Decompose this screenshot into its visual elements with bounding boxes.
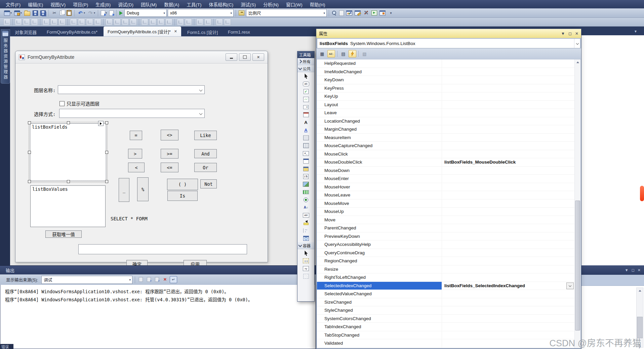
operator-button[interactable]: <: [128, 163, 145, 172]
event-row[interactable]: LocationChanged: [317, 117, 575, 126]
chevron-down-icon[interactable]: ▾: [162, 11, 167, 15]
toolbox-monthcalendar[interactable]: [297, 157, 314, 165]
events-view-icon[interactable]: [349, 50, 356, 57]
copy-icon[interactable]: [59, 10, 65, 16]
operator-button[interactable]: _: [119, 178, 129, 202]
event-handler-value[interactable]: [442, 134, 575, 142]
save-icon[interactable]: [32, 10, 39, 16]
properties-scrollbar[interactable]: [574, 59, 580, 348]
menu-item[interactable]: 文件(F): [2, 0, 24, 9]
event-handler-value[interactable]: [442, 290, 575, 298]
event-row[interactable]: MouseDown: [317, 167, 575, 175]
alphabetical-sort-icon[interactable]: [327, 50, 335, 57]
extension-manager-icon[interactable]: [379, 10, 386, 16]
listbox-fields-selection[interactable]: listBoxFields: [30, 123, 106, 181]
resize-handle[interactable]: [105, 180, 108, 183]
event-row[interactable]: ParentChanged: [317, 224, 575, 232]
toolbox-progressbar[interactable]: [297, 188, 314, 196]
event-row[interactable]: MouseClick: [317, 150, 575, 159]
event-row[interactable]: QueryContinueDrag: [317, 249, 575, 257]
event-handler-value[interactable]: [442, 183, 575, 191]
toolbox-notifyicon-icon[interactable]: [303, 167, 309, 171]
document-tab[interactable]: Form1.cs [设计]: [183, 28, 222, 36]
event-row[interactable]: RegionChanged: [317, 257, 575, 265]
select-mode-combo[interactable]: [59, 109, 205, 118]
toolbox-monthcalendar-icon[interactable]: [303, 159, 309, 164]
operator-button[interactable]: =: [130, 131, 142, 140]
paste-icon[interactable]: [67, 10, 72, 16]
event-row[interactable]: StyleChanged: [317, 306, 575, 315]
toolbox-richtextbox[interactable]: [297, 204, 314, 211]
event-handler-value[interactable]: [442, 76, 575, 84]
event-handler-value[interactable]: [442, 191, 575, 199]
make-same-size-icon[interactable]: [94, 18, 101, 26]
menu-item[interactable]: 分析(N): [259, 0, 282, 9]
size-to-grid-icon[interactable]: [78, 18, 85, 26]
chevron-down-icon[interactable]: ▾: [322, 11, 327, 15]
vertical-spacing-increase-icon[interactable]: [149, 18, 156, 26]
event-row[interactable]: SelectedValueChanged: [317, 290, 575, 298]
resize-handle[interactable]: [67, 121, 70, 124]
event-row[interactable]: TabIndexChanged: [317, 323, 575, 331]
toolbox-datetimepicker[interactable]: [297, 111, 314, 119]
event-handler-value[interactable]: [442, 92, 575, 100]
operator-button[interactable]: %: [137, 177, 149, 201]
toolbox-label-icon[interactable]: [303, 120, 309, 125]
navigate-forward-icon[interactable]: [109, 10, 114, 16]
find-in-files-icon[interactable]: [239, 10, 244, 15]
event-handler-value[interactable]: [442, 167, 575, 175]
operator-button[interactable]: Or: [194, 163, 217, 172]
add-item-icon[interactable]: ▾: [13, 10, 23, 16]
toolbox-notifyicon[interactable]: [297, 165, 314, 173]
toolbox-checkbox[interactable]: [297, 88, 314, 95]
toolbox-listview[interactable]: [297, 142, 314, 149]
align-bottoms-icon[interactable]: [58, 18, 66, 26]
horizontal-spacing-decrease-icon[interactable]: [122, 18, 129, 26]
event-row[interactable]: SystemColorsChanged: [317, 315, 575, 323]
snap-to-grid-icon[interactable]: [3, 18, 10, 26]
event-row[interactable]: MeasureItem: [317, 134, 575, 142]
selectable-layers-checkbox[interactable]: 只显示可选图层: [59, 100, 99, 107]
event-handler-value[interactable]: listBoxFields_SelectedIndexChanged: [442, 282, 575, 290]
horizontal-spacing-remove-icon[interactable]: [130, 18, 137, 26]
event-row[interactable]: KeyPress: [317, 84, 575, 93]
document-tab[interactable]: Form1.resx: [224, 28, 254, 36]
menu-item[interactable]: 编辑(E): [24, 0, 47, 9]
scroll-up-icon[interactable]: [575, 59, 580, 65]
toolbox-picturebox[interactable]: [297, 180, 314, 188]
save-all-icon[interactable]: [40, 10, 46, 16]
toolbox-listbox[interactable]: [297, 134, 314, 142]
event-handler-value[interactable]: [442, 200, 575, 208]
event-row[interactable]: Leave: [317, 109, 575, 117]
event-row[interactable]: Move: [317, 216, 575, 224]
event-handler-value[interactable]: [442, 208, 575, 216]
output-log[interactable]: 程序“[0x8A64] WindowsFormsApplication10.vs…: [0, 285, 316, 349]
save-all-icon[interactable]: [40, 10, 46, 16]
maximize-icon[interactable]: [239, 53, 251, 61]
add-item-icon[interactable]: [14, 10, 20, 16]
event-handler-value[interactable]: [442, 249, 575, 257]
menu-item[interactable]: 测试(S): [237, 0, 259, 9]
toolbox-group-common[interactable]: 公共: [297, 65, 314, 72]
previous-message-icon[interactable]: [146, 276, 152, 282]
solution-platform-combo[interactable]: x86▾: [168, 9, 234, 17]
undo-icon[interactable]: [77, 10, 83, 16]
event-row[interactable]: Layout: [317, 101, 575, 109]
event-row[interactable]: SelectedIndexChangedlistBoxFields_Select…: [317, 282, 575, 290]
event-row[interactable]: MouseHover: [317, 183, 575, 191]
toolbox-label[interactable]: [297, 119, 314, 126]
toolbox-treeview-icon[interactable]: [303, 228, 309, 233]
sidebar-tab-server-explorer[interactable]: 服务器资源管理器: [1, 29, 10, 84]
scrollbar-thumb[interactable]: [637, 317, 643, 338]
navigate-backward-icon[interactable]: ▾: [100, 10, 108, 16]
toolbox-numericupdown[interactable]: [297, 173, 314, 180]
resize-handle[interactable]: [28, 121, 31, 124]
event-row[interactable]: RightToLeftChanged: [317, 273, 575, 282]
properties-window-icon[interactable]: [339, 10, 344, 16]
event-row[interactable]: MouseLeave: [317, 191, 575, 200]
start-debugging-icon[interactable]: [119, 10, 123, 16]
menu-item[interactable]: 帮助(H): [306, 0, 329, 9]
maximize-icon[interactable]: ◻: [568, 31, 572, 36]
toolbar-options-icon[interactable]: [387, 9, 395, 16]
toolbox-maskedtextbox[interactable]: [297, 149, 314, 157]
